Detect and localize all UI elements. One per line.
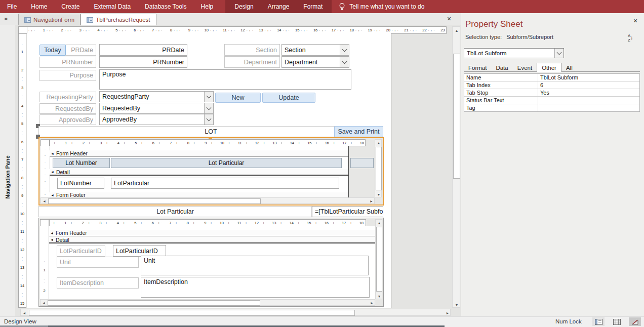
document-vertical-scrollbar[interactable]: ▲ ▼ bbox=[452, 26, 460, 308]
section-arrow-icon: ◄ bbox=[51, 152, 54, 155]
item-description-textbox[interactable]: ItemDescription bbox=[141, 277, 370, 298]
section-label[interactable]: Section bbox=[224, 44, 280, 56]
update-button[interactable]: Update bbox=[262, 93, 315, 103]
expand-navigation-pane-icon[interactable]: » bbox=[4, 15, 8, 22]
department-label[interactable]: Department bbox=[224, 56, 280, 68]
lot-title-label[interactable]: LOT bbox=[38, 126, 383, 137]
lot-number-column-header[interactable]: Lot Number bbox=[53, 158, 110, 168]
subform-horizontal-ruler: · ı ·1· ı ·2· ı ·3· ı ·4· ı ·5· ı ·6· ı … bbox=[49, 219, 366, 226]
new-button[interactable]: New bbox=[215, 93, 261, 103]
section-arrow-icon: ◄ bbox=[51, 193, 54, 197]
requesting-party-combobox[interactable]: RequestingParty bbox=[99, 91, 214, 102]
form-header-bar[interactable]: ◄ Form Header bbox=[49, 230, 375, 236]
form-header-bar[interactable]: ◄ Form Header bbox=[50, 150, 348, 157]
department-combobox[interactable]: Department bbox=[281, 56, 349, 68]
form-icon bbox=[24, 17, 31, 23]
property-value[interactable] bbox=[538, 97, 639, 104]
form-view-button[interactable] bbox=[592, 317, 605, 326]
empty-column-header bbox=[350, 158, 374, 168]
property-name[interactable]: Tag bbox=[464, 104, 538, 111]
purpose-textbox[interactable]: Purpose bbox=[99, 69, 351, 90]
datasheet-view-button[interactable] bbox=[611, 317, 623, 326]
prnumber-textbox[interactable]: PRNumber bbox=[99, 56, 187, 68]
prnumber-label[interactable]: PRNumber bbox=[39, 57, 96, 68]
document-tab-navigationform[interactable]: NavigationForm bbox=[18, 14, 80, 25]
dropdown-arrow-icon[interactable] bbox=[554, 49, 564, 58]
ribbon-tab-create[interactable]: Create bbox=[54, 0, 87, 13]
property-name[interactable]: Status Bar Text bbox=[464, 97, 538, 104]
ribbon-tab-home[interactable]: Home bbox=[24, 0, 54, 13]
prdate-label[interactable]: PRDate bbox=[65, 45, 96, 56]
ribbon-tab-arrange[interactable]: Arrange bbox=[261, 0, 297, 13]
subform-vertical-scrollbar[interactable]: ▲ ▼ bbox=[375, 139, 382, 197]
property-row: Tab Index6 bbox=[464, 81, 639, 89]
document-horizontal-scrollbar[interactable]: ◄ ► bbox=[20, 309, 451, 316]
lightbulb-icon bbox=[339, 3, 345, 11]
subform-horizontal-scrollbar[interactable]: ◄ ► bbox=[41, 197, 375, 204]
selection-type-value: Subform/Subreport bbox=[506, 34, 553, 40]
subform-expression-textbox[interactable]: =[TblLotParticular Subfo bbox=[312, 206, 383, 217]
property-tab-other[interactable]: Other bbox=[537, 63, 561, 72]
lot-particular-id-label[interactable]: LotParticularID bbox=[57, 246, 105, 257]
lot-particular-title-label[interactable]: Lot Particular bbox=[38, 206, 312, 217]
section-combobox[interactable]: Section bbox=[281, 44, 349, 56]
purpose-label[interactable]: Purpose bbox=[39, 70, 96, 81]
dropdown-arrow-icon[interactable] bbox=[204, 103, 213, 113]
subform-lot-particular[interactable]: · ı ·1· ı ·2· ı ·3· ı ·4· ı ·5· ı ·6· ı … bbox=[38, 218, 384, 307]
property-value[interactable]: 6 bbox=[538, 81, 639, 89]
dropdown-arrow-icon[interactable] bbox=[204, 114, 213, 125]
ribbon-tab-file[interactable]: File bbox=[0, 0, 24, 13]
lot-particular-textbox[interactable]: LotParticular bbox=[111, 178, 339, 189]
subform-vertical-scrollbar[interactable]: ▲ ▼ bbox=[375, 219, 382, 299]
ribbon-tab-external-data[interactable]: External Data bbox=[87, 0, 138, 13]
requesting-party-label[interactable]: RequestingParty bbox=[39, 92, 96, 102]
property-value[interactable] bbox=[538, 104, 639, 111]
sort-az-icon[interactable]: AZ ↓ bbox=[628, 33, 636, 44]
approved-by-label[interactable]: ApprovedBy bbox=[39, 114, 96, 125]
close-document-icon[interactable]: × bbox=[445, 14, 454, 23]
property-name[interactable]: Tab Stop bbox=[464, 89, 538, 96]
today-button[interactable]: Today bbox=[39, 45, 66, 56]
document-tabs: NavigationFormTblPurchaseRequest bbox=[18, 14, 156, 25]
unit-label[interactable]: Unit bbox=[57, 257, 139, 268]
tell-me-box[interactable]: Tell me what you want to do bbox=[332, 0, 431, 13]
ribbon-tab-format[interactable]: Format bbox=[296, 0, 330, 13]
dropdown-arrow-icon[interactable] bbox=[340, 57, 349, 67]
approved-by-combobox[interactable]: ApprovedBy bbox=[99, 114, 214, 125]
requested-by-label[interactable]: RequestedBy bbox=[39, 103, 96, 114]
form-footer-bar[interactable]: ◄ Form Footer bbox=[50, 192, 348, 197]
property-row: Tab StopYes bbox=[464, 89, 639, 97]
subform-lot[interactable]: · ı ·1· ı ·2· ı ·3· ı ·4· ı ·5· ı ·6· ı … bbox=[38, 137, 384, 206]
ribbon-tab-design[interactable]: Design bbox=[227, 0, 260, 13]
subform-horizontal-scrollbar[interactable]: ◄ ► bbox=[40, 299, 375, 306]
property-value[interactable]: Yes bbox=[538, 89, 639, 96]
property-tab-data[interactable]: Data bbox=[491, 64, 512, 71]
document-tab-tblpurchaserequest[interactable]: TblPurchaseRequest bbox=[80, 14, 156, 25]
object-selector-combobox[interactable]: TblLot Subform bbox=[464, 48, 564, 58]
property-tab-event[interactable]: Event bbox=[513, 64, 537, 71]
lot-particular-column-header[interactable]: Lot Particular bbox=[111, 158, 342, 168]
lot-particular-id-textbox[interactable]: LotParticularID bbox=[113, 245, 166, 257]
property-row: Tag bbox=[464, 104, 639, 111]
dropdown-arrow-icon[interactable] bbox=[204, 92, 213, 102]
navigation-pane-collapsed[interactable]: Navigation Pane bbox=[0, 25, 16, 316]
ribbon-tab-help[interactable]: Help bbox=[194, 0, 221, 13]
requested-by-combobox[interactable]: RequestedBy bbox=[99, 103, 214, 114]
property-name[interactable]: Tab Index bbox=[464, 81, 538, 89]
lot-number-textbox[interactable]: LotNumber bbox=[57, 178, 104, 189]
selection-type-label: Selection type: bbox=[465, 34, 502, 40]
item-description-label[interactable]: ItemDescription bbox=[57, 277, 139, 289]
dropdown-arrow-icon[interactable] bbox=[340, 45, 349, 55]
property-tab-all[interactable]: All bbox=[561, 64, 577, 71]
property-name[interactable]: Name bbox=[464, 74, 538, 81]
property-value[interactable]: TblLot Subform bbox=[538, 74, 639, 81]
detail-bar[interactable]: ◄ Detail bbox=[50, 169, 348, 176]
design-view-button[interactable] bbox=[629, 317, 641, 326]
close-property-sheet-icon[interactable]: × bbox=[631, 16, 640, 25]
ribbon-tab-database-tools[interactable]: Database Tools bbox=[138, 0, 194, 13]
detail-bar[interactable]: ◄ Detail bbox=[49, 237, 375, 243]
property-tab-format[interactable]: Format bbox=[464, 64, 491, 71]
unit-textbox[interactable]: Unit bbox=[141, 256, 369, 275]
prdate-textbox[interactable]: PRDate bbox=[99, 44, 187, 56]
save-and-print-button[interactable]: Save and Print bbox=[334, 126, 383, 137]
